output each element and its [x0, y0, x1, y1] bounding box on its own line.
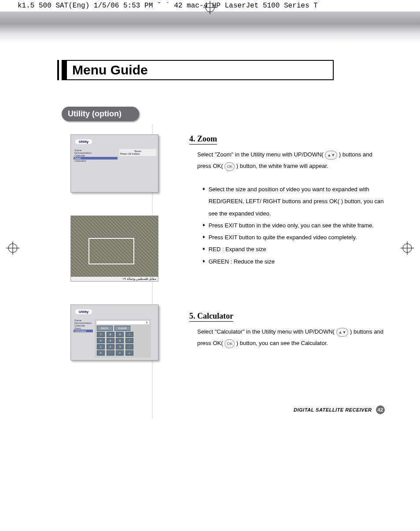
text: Press EXIT button in the video only, you…: [209, 219, 374, 231]
list-item-selected: Calculator: [74, 330, 93, 332]
header-gradient: [0, 11, 420, 42]
ok-icon: OK: [225, 162, 235, 171]
calc-key: 4: [97, 338, 105, 343]
calc-key: 5: [107, 338, 114, 343]
updown-icon: ▲▼: [336, 328, 349, 337]
screenshot-utility-label: Utility: [75, 139, 92, 144]
calc-key: +: [125, 350, 133, 356]
calc-key: 3: [116, 344, 124, 349]
text: Press EXIT button to quite the expanded …: [209, 231, 357, 243]
chapter-title: Menu Guide: [72, 63, 148, 77]
calc-key: 6: [116, 338, 124, 343]
calc-key: 8: [107, 332, 114, 337]
calc-key: *: [125, 338, 133, 343]
panel-hint: Press OK button: [120, 152, 155, 155]
calc-key: -: [125, 344, 133, 349]
text: Select the size and position of video yo…: [209, 183, 385, 219]
zoom-heading: 4. Zoom: [189, 134, 217, 145]
calc-key: 9: [116, 332, 124, 337]
bullet-item: GREEN : Reduce the size: [203, 256, 385, 267]
screenshot-utility-label: Utility: [75, 309, 92, 314]
zoom-bullets: Select the size and position of video yo…: [203, 183, 385, 267]
screenshot-column: Utility Game Demonstration Calendar Zoom…: [57, 134, 172, 383]
print-job-header: k1.5 500 SAT(Eng) 1/5/06 5:53 PM ˘ ` 42 …: [0, 0, 420, 11]
screenshot-menu-list: Game Demonstration Calendar Zoom Calcula…: [74, 149, 118, 162]
list-item: Calculator: [74, 160, 118, 162]
screenshot-zoom-video: مقابل فلسطيني وحمالة ١٩: [70, 215, 158, 282]
bullet-item: Press EXIT button to quite the expanded …: [203, 231, 385, 243]
zoom-intro: Select "Zoom" in the Utility menu with U…: [197, 149, 385, 172]
footer-text: DIGITAL SATELLITE RECEIVER: [294, 407, 372, 412]
text: RED : Expand the size: [209, 243, 266, 255]
calc-key: /: [125, 332, 133, 337]
calc-display: 0.: [96, 321, 149, 324]
updown-icon: ▲▼: [325, 151, 337, 160]
bullet-item: Press EXIT button in the video only, you…: [203, 219, 385, 231]
ok-icon: OK: [225, 339, 235, 348]
calc-key: .: [107, 350, 114, 356]
calc-key: 2: [107, 344, 114, 349]
calculator-intro: Select "Calculator" in the Utility menu …: [197, 326, 385, 349]
screenshot-utility-zoom: Utility Game Demonstration Calendar Zoom…: [70, 134, 158, 193]
page-content: Menu Guide Utility (option) Utility Game…: [0, 42, 420, 383]
video-caption: مقابل فلسطيني وحمالة ١٩: [71, 277, 158, 281]
calc-key: 7: [97, 332, 105, 337]
page-footer: DIGITAL SATELLITE RECEIVER 42: [0, 401, 420, 419]
bullet-item: Select the size and position of video yo…: [203, 183, 385, 219]
calc-key: 0: [97, 350, 105, 356]
calc-back-button: BACK: [97, 326, 113, 331]
text: ) button, the white frame will appear.: [236, 163, 328, 169]
screenshot-zoom-panel: Zoom Press OK button: [119, 149, 156, 156]
calculator-heading: 5. Calculator: [189, 312, 233, 322]
calc-clear-button: CLEAR: [114, 326, 130, 331]
text: Select "Zoom" in the Utility menu with U…: [197, 151, 324, 158]
screenshot-utility-calculator: Utility Game Demonstration Calendar Zoom…: [70, 304, 158, 360]
calc-key: 1: [97, 344, 105, 349]
screenshot-menu-list: Game Demonstration Calendar Zoom Calcula…: [74, 319, 93, 332]
calculator-panel: 0. BACK CLEAR 7 8 9 / 4 5 6 * 1 2 3 - 0: [95, 319, 151, 358]
text: ) button, you can see the Calculator.: [236, 340, 328, 346]
calc-key: =: [116, 350, 124, 356]
text-column: 4. Zoom Select "Zoom" in the Utility men…: [189, 134, 394, 360]
text: Select "Calculator" in the Utility menu …: [197, 328, 335, 335]
bullet-item: RED : Expand the size: [203, 243, 385, 255]
section-subtitle: Utility (option): [62, 107, 139, 121]
text: GREEN : Reduce the size: [209, 256, 275, 267]
chapter-title-bar: Menu Guide: [62, 60, 334, 80]
page-number: 42: [376, 405, 385, 414]
